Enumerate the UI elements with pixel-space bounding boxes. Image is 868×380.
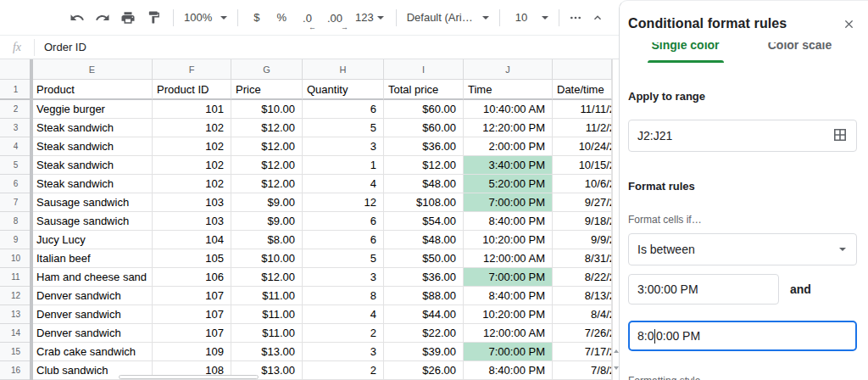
cell-total-price[interactable]: $39.00 [384,343,464,361]
cell-price[interactable]: $12.00 [231,137,303,156]
cell-product-id[interactable]: 102 [153,175,231,193]
max-value-input[interactable]: 8:0 0:00 PM [628,321,857,351]
font-family-control[interactable]: Default (Ari… [407,11,489,24]
cell-time-header[interactable]: Time [464,80,553,100]
cell-date[interactable]: 10/15/2 [553,156,612,175]
cell-product-id-header[interactable]: Product ID [153,80,231,100]
cell-time[interactable]: 10:20:00 PM [464,305,553,324]
cell-price-header[interactable]: Price [231,80,303,100]
cell-quantity[interactable]: 3 [303,137,384,156]
cell-total-price[interactable]: $36.00 [384,268,464,287]
cell-time[interactable]: 3:40:00 PM [464,156,553,175]
cell-total-price[interactable]: $44.00 [384,305,464,324]
paint-format-icon[interactable] [146,10,161,25]
column-header-K[interactable] [553,59,612,80]
cell-product-id[interactable]: 104 [153,231,231,249]
cell-quantity[interactable]: 5 [303,249,384,268]
cell-product-id[interactable]: 102 [153,137,231,156]
cell-product-id[interactable]: 103 [153,212,231,231]
cell-total-price[interactable]: $54.00 [384,212,464,231]
row-number[interactable]: 4 [0,137,32,156]
cell-price[interactable]: $9.00 [231,212,303,231]
formula-bar-value[interactable]: Order ID [35,41,86,53]
cell-product-id[interactable]: 107 [153,305,231,324]
cell-date[interactable]: 9/9/2 [553,231,612,249]
select-range-grid-icon[interactable] [832,127,848,145]
cell-time[interactable]: 7:00:00 PM [464,343,553,361]
cell-price[interactable]: $10.00 [231,100,303,119]
row-number[interactable]: 6 [0,175,32,193]
cell-price[interactable]: $9.00 [231,193,303,212]
cell-product-id[interactable]: 107 [153,287,231,305]
decrease-decimal-button[interactable]: .0 ← [303,10,312,25]
column-header-I[interactable]: I [384,59,464,80]
cell-price[interactable]: $12.00 [231,175,303,193]
cell-price[interactable]: $10.00 [231,249,303,268]
cell-time[interactable]: 10:40:00 AM [464,100,553,119]
column-header-G[interactable]: G [231,59,303,80]
cell-quantity[interactable]: 2 [303,361,384,380]
cell-time[interactable]: 12:20:00 PM [464,119,553,137]
cell-date[interactable]: 10/6/2 [553,175,612,193]
cell-time[interactable]: 2:00:00 PM [464,137,553,156]
cell-quantity[interactable]: 6 [303,212,384,231]
row-number[interactable]: 15 [0,343,32,361]
cell-time[interactable]: 8:40:00 PM [464,212,553,231]
row-number[interactable]: 2 [0,100,32,119]
cell-total-price[interactable]: $26.00 [384,361,464,380]
cell-time[interactable]: 7:00:00 PM [464,268,553,287]
cell-price[interactable]: $12.00 [231,119,303,137]
cell-price[interactable]: $8.00 [231,231,303,249]
cell-product-id[interactable]: 101 [153,100,231,119]
cell-product[interactable]: Steak sandwich [32,156,153,175]
cell-product[interactable]: Denver sandwich [32,324,153,343]
cell-date[interactable]: 8/22/2 [553,268,612,287]
redo-icon[interactable] [95,10,110,25]
row-number[interactable]: 5 [0,156,32,175]
select-all-corner[interactable] [0,59,32,80]
vertical-scrollbar[interactable] [612,59,619,380]
range-input[interactable]: J2:J21 [628,120,857,152]
cell-total-price[interactable]: $22.00 [384,324,464,343]
condition-dropdown[interactable]: Is between [628,233,857,265]
row-number[interactable]: 11 [0,268,32,287]
tab-color-scale[interactable]: Color scale [743,42,857,63]
cell-product[interactable]: Veggie burger [32,100,153,119]
column-header-J[interactable]: J [464,59,553,80]
row-number[interactable]: 14 [0,324,32,343]
horizontal-scrollbar-thumb[interactable] [119,375,259,379]
cell-product[interactable]: Italian beef [32,249,153,268]
cell-product-id[interactable]: 107 [153,324,231,343]
cell-total-price[interactable]: $48.00 [384,175,464,193]
cell-product-id[interactable]: 102 [153,156,231,175]
cell-time[interactable]: 12:00:00 AM [464,249,553,268]
cell-quantity[interactable]: 12 [303,193,384,212]
cell-quantity-header[interactable]: Quantity [303,80,384,100]
cell-quantity[interactable]: 4 [303,305,384,324]
cell-price[interactable]: $12.00 [231,156,303,175]
cell-total-price[interactable]: $48.00 [384,231,464,249]
cell-product[interactable]: Ham and cheese sand [32,268,153,287]
scroll-up-icon[interactable] [614,349,619,353]
cell-price[interactable]: $12.00 [231,268,303,287]
cell-quantity[interactable]: 1 [303,156,384,175]
row-number[interactable]: 1 [0,80,32,100]
row-number[interactable]: 16 [0,361,32,380]
undo-icon[interactable] [70,10,85,25]
cell-product-id[interactable]: 102 [153,119,231,137]
scroll-down-icon[interactable] [614,366,619,370]
cell-total-price[interactable]: $108.00 [384,193,464,212]
cell-time[interactable]: 7:00:00 PM [464,193,553,212]
column-header-F[interactable]: F [153,59,231,80]
font-size-control[interactable]: 10 [510,11,548,24]
cell-price[interactable]: $11.00 [231,305,303,324]
cell-time[interactable]: 12:00:00 AM [464,324,553,343]
cell-date[interactable]: 7/26/2 [553,324,612,343]
format-currency-button[interactable]: $ [253,11,259,24]
cell-product[interactable]: Steak sandwich [32,137,153,156]
cell-total-price[interactable]: $60.00 [384,100,464,119]
cell-product[interactable]: Jucy Lucy [32,231,153,249]
cell-quantity[interactable]: 3 [303,343,384,361]
cell-date[interactable]: 8/31/2 [553,249,612,268]
close-icon[interactable] [840,15,857,32]
